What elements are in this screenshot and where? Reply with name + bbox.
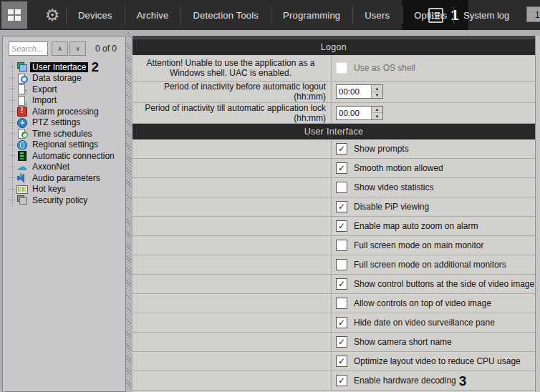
tree-guide-line (9, 122, 15, 123)
panel-splitter[interactable] (126, 31, 131, 392)
settings-gear-icon[interactable]: ⚙ (39, 0, 66, 30)
setting-checkbox[interactable] (336, 240, 347, 251)
setting-checkbox[interactable] (336, 336, 347, 348)
setting-checkbox-label: Show camera short name (354, 337, 452, 347)
spin-down-icon[interactable]: ▼ (372, 113, 382, 119)
empty-label-cell (132, 255, 332, 274)
sidebar-item-label: Time schedules (30, 129, 95, 139)
os-shell-row: Attention! Unable to use the application… (132, 55, 535, 82)
tree-guide-line (9, 100, 15, 101)
setting-checkbox-label: Show video statistics (354, 182, 433, 192)
setting-checkbox-row: Show control buttons at the side of vide… (132, 275, 535, 294)
setting-checkbox[interactable] (336, 259, 347, 270)
settings-panel: Logon Attention! Unable to use the appli… (132, 36, 535, 392)
setting-checkbox[interactable] (336, 143, 347, 155)
topbar-menu-item[interactable]: Programming (271, 0, 352, 30)
sidebar-item-icon (16, 162, 28, 172)
tree-guide-line (9, 144, 15, 145)
annotation-badge-2: 2 (91, 60, 99, 74)
sidebar-item[interactable]: Regional settings (3, 139, 125, 151)
setting-checkbox-row: Full screen mode on additional monitors (132, 255, 535, 275)
tree-guide-line (9, 189, 15, 190)
topbar-menu-item[interactable]: Devices (66, 0, 125, 30)
search-input[interactable] (9, 41, 48, 56)
setting-checkbox[interactable] (336, 278, 347, 290)
section-header-logon-label: Logon (132, 42, 535, 52)
sidebar-item-icon (16, 74, 28, 83)
system-log-icon[interactable] (428, 8, 443, 23)
sidebar-item[interactable]: User Interface 2 (3, 62, 125, 73)
sidebar-item-icon (16, 195, 28, 205)
sidebar-item-icon (16, 151, 28, 160)
inactivity-period-row: Period of inactivity before automatic lo… (132, 82, 535, 103)
search-next-button[interactable]: ∨ (69, 41, 86, 56)
topbar-menu: Devices Archive Detection Tools Programm… (66, 0, 468, 30)
section-header-user-interface: User Interface (132, 124, 535, 139)
sidebar-item[interactable]: Audio parameters (3, 172, 125, 184)
apps-grid-button[interactable] (1, 1, 27, 29)
empty-label-cell (132, 139, 332, 158)
setting-checkbox-label: Show control buttons at the side of vide… (354, 279, 534, 289)
inactivity-period-row: Period of inactivity till automatic appl… (132, 103, 535, 124)
setting-checkbox[interactable] (336, 201, 347, 212)
sidebar-item[interactable]: Import (3, 95, 125, 107)
setting-checkbox[interactable] (336, 317, 347, 328)
sidebar-item[interactable]: Alarm processing (3, 106, 125, 117)
empty-label-cell (132, 313, 332, 332)
sidebar-item-icon (16, 107, 28, 116)
sidebar-item-label: User Interface (30, 62, 88, 72)
setting-checkbox[interactable] (336, 375, 347, 386)
search-result-counter: 0 of 0 (95, 44, 117, 54)
empty-label-cell (132, 275, 332, 293)
setting-checkbox-label: Hide date on video surveillance pane (354, 318, 495, 328)
setting-checkbox-row: Full screen mode on main monitor (132, 236, 535, 255)
time-spinbox[interactable]: 00:00 ▲ ▼ (336, 84, 383, 99)
empty-label-cell (132, 178, 332, 197)
sidebar-item[interactable]: Data storage (3, 73, 125, 84)
setting-checkbox[interactable] (336, 162, 347, 174)
time-spinbox-value[interactable]: 00:00 (337, 85, 371, 98)
notification-counter[interactable]: 1 (526, 6, 540, 22)
tree-guide-line (9, 89, 15, 89)
sidebar-item-icon (16, 185, 28, 194)
sidebar-item-icon (16, 84, 28, 94)
topbar: ⚙ Devices Archive Detection Tools Progra… (0, 0, 540, 30)
setting-checkbox-label: Full screen mode on additional monitors (354, 260, 506, 270)
sidebar-item[interactable]: AxxonNet (3, 162, 125, 173)
sidebar-item[interactable]: Hot keys (3, 184, 125, 195)
setting-checkbox[interactable] (336, 182, 347, 193)
sidebar-item-label: AxxonNet (30, 162, 72, 172)
sidebar-item[interactable]: Export (3, 84, 125, 95)
time-spinbox-value[interactable]: 00:00 (337, 107, 371, 119)
topbar-menu-item[interactable]: Archive (125, 0, 181, 30)
spin-up-icon[interactable]: ▲ (372, 85, 382, 92)
spin-down-icon[interactable]: ▼ (372, 92, 382, 99)
sidebar-item-label: Hot keys (30, 184, 68, 194)
spin-up-icon[interactable]: ▲ (372, 107, 382, 114)
sidebar-item-label: Data storage (30, 73, 84, 83)
setting-checkbox[interactable] (336, 220, 347, 232)
topbar-menu-item[interactable]: Users (352, 0, 402, 30)
annotation-badge-3: 3 (459, 374, 467, 388)
topbar-system-log[interactable]: System log (453, 0, 519, 30)
tree-guide-line (9, 133, 15, 134)
sidebar-item[interactable]: PTZ settings (3, 117, 125, 129)
chevron-down-icon: ∨ (75, 45, 80, 52)
topbar-menu-item-label: Programming (283, 10, 340, 21)
search-prev-button[interactable]: ∧ (52, 41, 68, 56)
sidebar-item-label: Audio parameters (30, 173, 102, 183)
panel-right-edge (535, 36, 540, 392)
sidebar-item-icon (16, 62, 28, 72)
time-spinbox[interactable]: 00:00 ▲ ▼ (336, 106, 383, 120)
sidebar-item[interactable]: Time schedules (3, 128, 125, 139)
setting-checkbox-row: Enable hardware decoding 3 (132, 371, 535, 391)
setting-checkbox[interactable] (336, 356, 347, 367)
tree-guide-line (9, 111, 15, 112)
os-shell-checkbox[interactable] (336, 62, 347, 74)
topbar-menu-item[interactable]: Detection Tools (180, 0, 271, 30)
sidebar-item-icon (16, 140, 28, 150)
sidebar-item[interactable]: Security policy (3, 195, 125, 206)
sidebar-item-label: PTZ settings (30, 117, 82, 127)
topbar-menu-item-label: Detection Tools (193, 10, 259, 21)
setting-checkbox[interactable] (336, 298, 347, 309)
